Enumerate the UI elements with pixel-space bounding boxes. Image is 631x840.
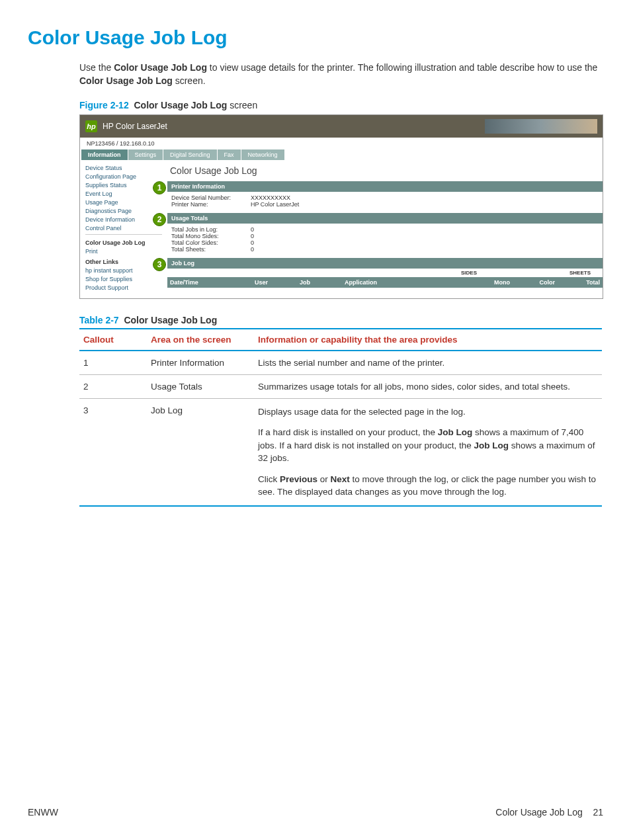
section-usage-totals-bar: Usage Totals [167, 213, 603, 224]
sidebar-item-usage-page[interactable]: Usage Page [85, 199, 162, 206]
info-p2a: If a hard disk is installed on your prod… [258, 427, 438, 437]
intro-text-mid: to view usage details for the printer. T… [207, 62, 597, 73]
banner-image [485, 119, 597, 134]
col-job: Job [297, 277, 342, 288]
intro-text: Use the [79, 62, 114, 73]
totals-jobs-label: Total Jobs in Log: [171, 226, 251, 233]
intro-bold-1: Color Usage Job Log [114, 62, 207, 73]
info-p3b: Previous [280, 474, 317, 484]
job-log-header-row: Date/Time User Job Application Mono Colo… [167, 277, 603, 288]
cell-info: Lists the serial number and name of the … [254, 351, 602, 375]
cell-area: Printer Information [147, 351, 254, 375]
cell-callout: 2 [79, 374, 147, 398]
cell-area: Usage Totals [147, 374, 254, 398]
figure-label: Figure 2-12 [79, 100, 129, 110]
callout-3-icon: 3 [153, 258, 166, 271]
callout-1-icon: 1 [153, 181, 166, 194]
product-name: HP Color LaserJet [103, 122, 167, 131]
page-title: Color Usage Job Log [28, 26, 603, 49]
job-log-group-headers: SIDES SHEETS [167, 269, 603, 277]
col-application: Application [342, 277, 468, 288]
cell-callout: 3 [79, 398, 147, 506]
info-p2d: Job Log [474, 441, 509, 450]
screenshot-tabs: Information Settings Digital Sending Fax… [80, 149, 603, 160]
printer-name-value: HP Color LaserJet [251, 201, 299, 208]
th-callout: Callout [79, 329, 147, 351]
info-p3: Click Previous or Next to move through t… [258, 473, 598, 499]
totals-mono-value: 0 [251, 233, 254, 239]
tab-information[interactable]: Information [81, 149, 128, 160]
totals-sheets-label: Total Sheets: [171, 246, 251, 253]
figure-caption: Figure 2-12 Color Usage Job Log screen [79, 100, 603, 110]
sidebar-item-product-support[interactable]: Product Support [85, 284, 162, 291]
th-area: Area on the screen [147, 329, 254, 351]
th-info: Information or capability that the area … [254, 329, 602, 351]
sidebar-item-shop-supplies[interactable]: Shop for Supplies [85, 276, 162, 282]
info-p1: Displays usage data for the selected pag… [258, 405, 598, 419]
printer-name-label: Printer Name: [171, 201, 251, 208]
cell-callout: 1 [79, 351, 147, 375]
totals-color-value: 0 [251, 239, 254, 246]
sidebar-item-supplies-status[interactable]: Supplies Status [85, 182, 162, 189]
section-printer-info-bar: Printer Information [167, 181, 603, 192]
screenshot: hp HP Color LaserJet NP123456 / 192.168.… [79, 114, 603, 299]
group-sides: SIDES [461, 270, 477, 276]
totals-jobs-value: 0 [251, 226, 254, 233]
sidebar-item-event-log[interactable]: Event Log [85, 190, 162, 197]
sidebar-other-links-head: Other Links [85, 259, 162, 265]
cell-info: Displays usage data for the selected pag… [254, 398, 602, 506]
col-datetime: Date/Time [167, 277, 252, 288]
sidebar-item-control-panel[interactable]: Control Panel [85, 225, 162, 231]
intro-text-post: screen. [173, 75, 206, 86]
totals-color-label: Total Color Sides: [171, 239, 251, 246]
tab-digital-sending[interactable]: Digital Sending [163, 149, 217, 160]
table-row: 1 Printer Information Lists the serial n… [79, 351, 602, 375]
sidebar-item-config-page[interactable]: Configuration Page [85, 173, 162, 180]
table-row: 2 Usage Totals Summarizes usage totals f… [79, 374, 602, 398]
serial-label: Device Serial Number: [171, 194, 251, 201]
serial-value: XXXXXXXXXX [251, 194, 290, 201]
sidebar-item-instant-support[interactable]: hp instant support [85, 267, 162, 274]
intro-paragraph: Use the Color Usage Job Log to view usag… [79, 61, 603, 88]
tab-fax[interactable]: Fax [218, 149, 241, 160]
section-printer-info-body: Device Serial Number:XXXXXXXXXX Printer … [167, 192, 603, 213]
tab-networking[interactable]: Networking [241, 149, 284, 160]
section-job-log-bar: Job Log [167, 258, 603, 269]
ip-line: NP123456 / 192.168.0.10 [80, 138, 603, 149]
figure-title-rest: screen [227, 100, 257, 110]
description-table: Callout Area on the screen Information o… [79, 328, 602, 507]
callout-2-icon: 2 [153, 213, 166, 226]
info-p3a: Click [258, 474, 280, 484]
sidebar-item-diagnostics-page[interactable]: Diagnostics Page [85, 208, 162, 214]
sidebar-item-device-info[interactable]: Device Information [85, 216, 162, 223]
cell-info: Summarizes usage totals for all jobs, mo… [254, 374, 602, 398]
intro-bold-2: Color Usage Job Log [79, 75, 173, 86]
table-title: Color Usage Job Log [124, 315, 217, 325]
info-p3c: or [317, 474, 331, 484]
tab-settings[interactable]: Settings [128, 149, 163, 160]
screenshot-page-title: Color Usage Job Log [167, 163, 603, 181]
totals-mono-label: Total Mono Sides: [171, 233, 251, 239]
hp-logo-icon: hp [85, 120, 97, 132]
info-p3d: Next [331, 474, 350, 484]
sidebar-item-print[interactable]: Print [85, 248, 162, 255]
col-total: Total [558, 277, 603, 288]
table-caption: Table 2-7 Color Usage Job Log [79, 315, 603, 325]
sidebar-item-device-status[interactable]: Device Status [85, 165, 162, 171]
col-color: Color [513, 277, 558, 288]
screenshot-topbar: hp HP Color LaserJet [80, 115, 603, 138]
screenshot-sidebar: Device Status Configuration Page Supplie… [80, 160, 167, 298]
sidebar-item-color-usage-job-log[interactable]: Color Usage Job Log [85, 239, 162, 246]
table-row: 3 Job Log Displays usage data for the se… [79, 398, 602, 506]
section-usage-totals-body: Total Jobs in Log:0 Total Mono Sides:0 T… [167, 224, 603, 258]
totals-sheets-value: 0 [251, 246, 254, 253]
info-p2b: Job Log [438, 427, 473, 437]
info-p2: If a hard disk is installed on your prod… [258, 426, 598, 465]
col-mono: Mono [468, 277, 513, 288]
table-label: Table 2-7 [79, 315, 119, 325]
figure-title-bold: Color Usage Job Log [134, 100, 227, 110]
col-user: User [252, 277, 297, 288]
cell-area: Job Log [147, 398, 254, 506]
group-sheets: SHEETS [569, 270, 591, 276]
